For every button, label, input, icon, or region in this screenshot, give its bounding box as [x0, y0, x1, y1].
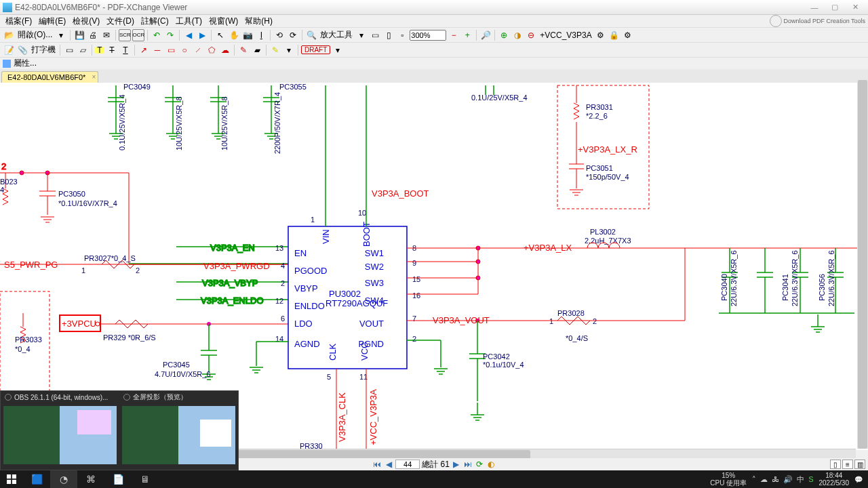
save-icon[interactable]: 💾	[73, 29, 85, 41]
obs-taskbar-preview[interactable]: OBS 26.1.1 (64-bit, windows)... 全屏投影（预览）	[0, 390, 239, 470]
typewriter-button[interactable]: 打字機	[30, 44, 57, 56]
zoom-decrement-icon[interactable]: −	[448, 29, 460, 41]
menu-help[interactable]: 幫助(H)	[242, 16, 275, 27]
tray-sogou-icon[interactable]: S	[808, 475, 813, 483]
stamp-dropdown-icon[interactable]: ▾	[332, 44, 344, 56]
vertical-scrollbar[interactable]	[857, 80, 868, 449]
polyline-icon[interactable]: ⟋	[192, 44, 204, 56]
actual-size-icon[interactable]: ▫	[396, 29, 408, 41]
stamp-button[interactable]: DRAFT	[301, 45, 330, 54]
close-button[interactable]: ✕	[845, 1, 865, 14]
zoom-tool-button[interactable]: 放大工具	[319, 29, 354, 41]
tray-chevron-icon[interactable]: ˄	[752, 475, 756, 484]
nav-back-icon[interactable]: ◀	[182, 29, 195, 41]
nav-fwd-icon[interactable]: ▶	[196, 29, 208, 41]
menu-comment[interactable]: 註解(C)	[138, 16, 172, 27]
open-button[interactable]: 開啟(O)...	[16, 29, 54, 41]
properties-label[interactable]: 屬性...	[14, 58, 37, 69]
arrow-icon[interactable]: ↗	[138, 44, 150, 56]
attach-icon[interactable]: 📎	[16, 44, 28, 56]
rotate-ccw-icon[interactable]: ⟲	[273, 29, 285, 41]
rect-icon[interactable]: ▭	[165, 44, 177, 56]
zoom-increment-icon[interactable]: +	[461, 29, 473, 41]
marker-yellow-icon[interactable]: ✎	[269, 44, 281, 56]
cloud-icon[interactable]: ☁	[219, 44, 231, 56]
sticky-note-icon[interactable]: 📝	[3, 44, 15, 56]
cursor-icon[interactable]: ↖	[214, 29, 226, 41]
rotate-cw-icon[interactable]: ⟳	[287, 29, 299, 41]
menu-file[interactable]: 檔案(F)	[3, 16, 35, 27]
oval-icon[interactable]: ○	[178, 44, 191, 56]
task-obs[interactable]: ◔	[50, 470, 77, 488]
obs-preview-thumbnail-2[interactable]	[122, 406, 235, 464]
tab-close-icon[interactable]: ×	[92, 73, 96, 81]
page-stop-icon[interactable]: ◐	[486, 460, 496, 469]
menu-edit[interactable]: 編輯(E)	[36, 16, 68, 27]
textbox-icon[interactable]: ▭	[63, 44, 75, 56]
ocr-icon[interactable]: OCR	[132, 29, 144, 41]
tray-cloud-icon[interactable]: ☁	[760, 475, 768, 484]
document-tab[interactable]: E42-80DA0LV6MB6F0* ×	[1, 71, 98, 83]
tray-ime-icon[interactable]: 中	[797, 474, 804, 485]
fit-page-icon[interactable]: ▭	[369, 29, 381, 41]
open-dropdown-icon[interactable]: ▾	[55, 29, 67, 41]
last-page-icon[interactable]: ⏭	[463, 460, 473, 469]
layer-lock-icon[interactable]: 🔒	[608, 29, 620, 41]
menu-window[interactable]: 視窗(W)	[206, 16, 241, 27]
open-icon[interactable]: 📂	[3, 29, 15, 41]
layer-opt1-icon[interactable]: ⚙	[595, 29, 607, 41]
taskbar-clock[interactable]: 18:442022/5/30	[819, 472, 850, 487]
line-icon[interactable]: ─	[151, 44, 163, 56]
mail-icon[interactable]: ✉	[100, 29, 113, 41]
layer-name[interactable]: +VCC_V3P3A	[538, 30, 593, 40]
cpu-meter[interactable]: 15%CPU 使用率	[710, 472, 747, 487]
download-pdf-link[interactable]: Download PDF Creation Tools	[770, 15, 865, 27]
zoom-dropdown-icon[interactable]: ▾	[355, 29, 368, 41]
layer-ocg-icon[interactable]: ◑	[511, 29, 524, 41]
obs-preview-1-title[interactable]: OBS 26.1.1 (64-bit, windows)...	[1, 394, 119, 401]
first-page-icon[interactable]: ⏮	[372, 460, 382, 469]
select-text-icon[interactable]: I	[255, 29, 267, 41]
underline-icon[interactable]: T	[119, 44, 132, 56]
find-icon[interactable]: 🔎	[479, 29, 492, 41]
callout-icon[interactable]: ▱	[77, 44, 89, 56]
hand-icon[interactable]: ✋	[228, 29, 240, 41]
obs-preview-thumbnail-1[interactable]	[3, 406, 117, 464]
minimize-button[interactable]: —	[804, 1, 825, 14]
tray-notifications-icon[interactable]: 💬	[854, 476, 863, 483]
tray-volume-icon[interactable]: 🔊	[783, 475, 793, 484]
obs-preview-2-title[interactable]: 全屏投影（预览）	[119, 392, 238, 402]
polygon-icon[interactable]: ⬠	[205, 44, 218, 56]
page-refresh-icon[interactable]: ⟳	[475, 460, 484, 469]
snapshot-icon[interactable]: 📷	[241, 29, 254, 41]
task-app-3[interactable]: ⌘	[77, 470, 104, 488]
layer-add-icon[interactable]: ⊕	[498, 29, 510, 41]
task-app-1[interactable]: 🟦	[23, 470, 50, 488]
undo-icon[interactable]: ↶	[151, 29, 163, 41]
view-single-icon[interactable]: ▯	[830, 460, 841, 469]
start-button[interactable]	[0, 470, 23, 488]
menu-doc[interactable]: 文件(D)	[104, 16, 137, 27]
strike-icon[interactable]: T	[106, 44, 118, 56]
redo-icon[interactable]: ↷	[164, 29, 176, 41]
scan-icon[interactable]: SCR	[119, 29, 131, 41]
marker-dropdown-icon[interactable]: ▾	[283, 44, 295, 56]
task-pdf-viewer[interactable]: 📄	[104, 470, 132, 488]
page-number-input[interactable]	[395, 460, 420, 469]
pencil-icon[interactable]: ✎	[237, 44, 250, 56]
print-icon[interactable]: 🖨	[87, 29, 99, 41]
menu-view[interactable]: 檢視(V)	[70, 16, 102, 27]
highlight-icon[interactable]: T	[95, 47, 104, 54]
layer-del-icon[interactable]: ⊖	[525, 29, 537, 41]
layer-opt2-icon[interactable]: ⚙	[622, 29, 634, 41]
view-facing-icon[interactable]: ▥	[854, 460, 865, 469]
fit-width-icon[interactable]: ▯	[382, 29, 395, 41]
tray-network-icon[interactable]: 🖧	[772, 475, 779, 483]
menu-tools[interactable]: 工具(T)	[173, 16, 205, 27]
prev-page-icon[interactable]: ◀	[384, 460, 393, 469]
zoom-out-icon[interactable]: 🔍	[305, 29, 317, 41]
eraser-icon[interactable]: ▰	[251, 44, 263, 56]
task-app-5[interactable]: 🖥	[132, 470, 159, 488]
view-continuous-icon[interactable]: ≡	[842, 460, 853, 469]
zoom-value-input[interactable]	[410, 30, 446, 41]
